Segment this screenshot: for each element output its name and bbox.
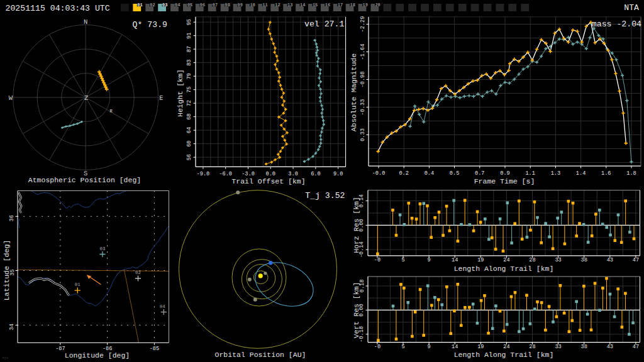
svg-text:08: 08 bbox=[225, 3, 230, 8]
svg-text:-6.0: -6.0 bbox=[219, 171, 232, 177]
svg-text:vel 27.1: vel 27.1 bbox=[304, 19, 344, 29]
svg-text:01: 01 bbox=[137, 3, 142, 8]
svg-text:04: 04 bbox=[160, 304, 165, 309]
svg-text:6.0: 6.0 bbox=[311, 171, 320, 177]
svg-text:Latitude [deg]: Latitude [deg] bbox=[3, 240, 11, 301]
svg-text:07: 07 bbox=[213, 3, 218, 8]
svg-text:68: 68 bbox=[187, 114, 193, 120]
svg-text:47: 47 bbox=[633, 344, 639, 350]
svg-text:10: 10 bbox=[250, 3, 255, 8]
svg-text:9.0: 9.0 bbox=[333, 171, 343, 177]
svg-text:5: 5 bbox=[401, 257, 404, 263]
svg-text:-0.98: -0.98 bbox=[360, 72, 366, 88]
svg-text:Longitude [deg]: Longitude [deg] bbox=[65, 351, 130, 359]
svg-text:Length Along Trail [km]: Length Along Trail [km] bbox=[454, 351, 554, 359]
svg-text:0.0: 0.0 bbox=[266, 171, 275, 177]
svg-text:02: 02 bbox=[135, 270, 141, 275]
svg-text:1.1: 1.1 bbox=[525, 170, 535, 177]
svg-text:-0: -0 bbox=[374, 257, 380, 263]
svg-text:1.4: 1.4 bbox=[576, 170, 586, 177]
svg-text:Absolute Magnitude: Absolute Magnitude bbox=[350, 53, 358, 131]
svg-text:14: 14 bbox=[300, 3, 305, 8]
svg-text:91: 91 bbox=[187, 33, 193, 39]
svg-text:Trail Offset [km]: Trail Offset [km] bbox=[231, 177, 305, 185]
svg-text:09: 09 bbox=[238, 3, 243, 8]
svg-text:0.9: 0.9 bbox=[500, 170, 509, 177]
svg-text:12: 12 bbox=[275, 3, 280, 8]
svg-text:0.4: 0.4 bbox=[425, 170, 434, 177]
svg-text:-9.0: -9.0 bbox=[197, 171, 210, 177]
svg-text:38: 38 bbox=[581, 257, 587, 263]
svg-text:64: 64 bbox=[187, 127, 193, 133]
svg-text:02: 02 bbox=[150, 3, 155, 8]
svg-text:24: 24 bbox=[503, 344, 509, 350]
svg-text:Horz Res [km]: Horz Res [km] bbox=[352, 197, 360, 253]
svg-text:03: 03 bbox=[162, 3, 167, 8]
svg-text:14: 14 bbox=[452, 344, 458, 350]
svg-text:15: 15 bbox=[313, 3, 318, 8]
svg-text:14: 14 bbox=[452, 257, 458, 263]
svg-text:75: 75 bbox=[187, 87, 193, 93]
svg-text:-0.33: -0.33 bbox=[360, 99, 366, 116]
svg-text:0.5: 0.5 bbox=[450, 170, 459, 177]
svg-text:04: 04 bbox=[175, 3, 180, 8]
svg-text:mju: mju bbox=[3, 356, 8, 360]
svg-text:-87: -87 bbox=[55, 346, 65, 352]
svg-text:24: 24 bbox=[503, 257, 509, 263]
svg-text:19: 19 bbox=[477, 344, 484, 350]
svg-text:0.2: 0.2 bbox=[399, 170, 408, 177]
svg-text:T_j 3.52: T_j 3.52 bbox=[305, 191, 345, 200]
svg-text:0.7: 0.7 bbox=[475, 170, 484, 177]
svg-text:NTA: NTA bbox=[624, 3, 639, 13]
svg-text:38: 38 bbox=[581, 344, 587, 350]
svg-text:13: 13 bbox=[287, 3, 292, 8]
svg-text:03: 03 bbox=[100, 246, 106, 251]
svg-text:1.3: 1.3 bbox=[551, 170, 560, 177]
svg-text:N: N bbox=[84, 18, 87, 26]
svg-text:18: 18 bbox=[350, 3, 355, 8]
svg-text:-3.0: -3.0 bbox=[242, 171, 255, 177]
svg-text:36: 36 bbox=[9, 215, 16, 221]
svg-text:Frame Time [s]: Frame Time [s] bbox=[474, 177, 535, 185]
svg-text:Orbital Position [AU]: Orbital Position [AU] bbox=[215, 351, 306, 359]
svg-text:87: 87 bbox=[187, 46, 193, 52]
svg-text:17: 17 bbox=[338, 3, 343, 8]
svg-text:9: 9 bbox=[428, 344, 431, 350]
svg-text:19: 19 bbox=[363, 3, 368, 8]
svg-text:79: 79 bbox=[187, 73, 193, 79]
svg-text:-1.64: -1.64 bbox=[360, 44, 366, 60]
svg-text:19: 19 bbox=[477, 257, 484, 263]
svg-text:72: 72 bbox=[187, 100, 193, 106]
svg-text:28: 28 bbox=[529, 257, 535, 263]
svg-text:1.8: 1.8 bbox=[626, 170, 636, 177]
svg-text:Z: Z bbox=[84, 94, 88, 102]
svg-text:3.0: 3.0 bbox=[288, 171, 297, 177]
svg-text:43: 43 bbox=[607, 257, 613, 263]
svg-text:95: 95 bbox=[187, 19, 193, 25]
svg-text:-85: -85 bbox=[150, 346, 159, 352]
svg-text:83: 83 bbox=[187, 60, 193, 66]
svg-text:47: 47 bbox=[633, 257, 639, 263]
svg-text:W: W bbox=[9, 94, 13, 102]
svg-text:1.6: 1.6 bbox=[601, 170, 611, 177]
svg-text:Atmospheric Position [deg]: Atmospheric Position [deg] bbox=[28, 176, 141, 184]
svg-text:Q* 73.9: Q* 73.9 bbox=[133, 20, 167, 30]
svg-text:11: 11 bbox=[262, 3, 267, 8]
svg-text:5: 5 bbox=[401, 344, 404, 350]
svg-text:43: 43 bbox=[607, 344, 613, 350]
svg-text:05: 05 bbox=[187, 3, 192, 8]
svg-text:-0.0: -0.0 bbox=[372, 170, 386, 177]
svg-text:0.33: 0.33 bbox=[360, 128, 366, 141]
svg-text:56: 56 bbox=[187, 154, 193, 160]
svg-text:Height [km]: Height [km] bbox=[176, 69, 184, 117]
svg-text:-2.29: -2.29 bbox=[360, 16, 366, 33]
svg-text:-0: -0 bbox=[374, 344, 380, 350]
svg-text:Vert Res [km]: Vert Res [km] bbox=[352, 282, 360, 339]
svg-text:01: 01 bbox=[75, 282, 80, 287]
svg-text:20: 20 bbox=[375, 3, 380, 8]
svg-text:20251115 04:03:43 UTC: 20251115 04:03:43 UTC bbox=[6, 4, 110, 13]
svg-text:mass -2.04: mass -2.04 bbox=[592, 19, 641, 29]
svg-text:60: 60 bbox=[187, 141, 193, 147]
svg-text:9: 9 bbox=[428, 257, 431, 263]
svg-text:34: 34 bbox=[9, 324, 16, 330]
